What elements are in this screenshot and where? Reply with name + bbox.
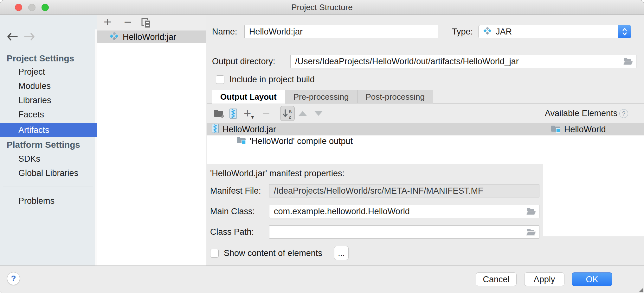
tree-row-label: 'HelloWorld' compile output xyxy=(250,136,353,146)
sidebar-header-platform-settings: Platform Settings xyxy=(0,138,97,152)
settings-sidebar: Project Settings Project Modules Librari… xyxy=(0,15,97,265)
ok-button[interactable]: OK xyxy=(572,272,612,286)
output-directory-field xyxy=(290,55,636,68)
open-folder-icon[interactable] xyxy=(623,57,633,67)
manifest-file-input xyxy=(269,184,539,197)
titlebar: Project Structure xyxy=(0,0,644,15)
module-icon xyxy=(236,136,246,146)
available-elements-list: HelloWorld xyxy=(543,124,644,236)
available-element-row[interactable]: HelloWorld xyxy=(543,124,644,135)
show-content-checkbox[interactable] xyxy=(210,249,219,258)
add-dropdown-icon[interactable]: +▾ xyxy=(244,103,254,123)
tab-output-layout[interactable]: Output Layout xyxy=(212,90,285,103)
svg-text:a: a xyxy=(289,108,292,114)
available-elements-title: Available Elements xyxy=(545,103,617,123)
class-path-input[interactable] xyxy=(269,225,539,239)
resize-handle[interactable] xyxy=(639,288,643,292)
sort-az-icon[interactable]: a z xyxy=(280,106,295,121)
help-button[interactable]: ? xyxy=(7,272,20,285)
sidebar-header-project-settings: Project Settings xyxy=(0,51,97,65)
back-arrow-icon[interactable] xyxy=(7,32,19,42)
sidebar-item-libraries[interactable]: Libraries xyxy=(0,93,97,108)
name-input[interactable] xyxy=(244,25,438,38)
artifacts-list-panel: + − HelloWorld:jar xyxy=(97,15,206,265)
new-folder-icon[interactable] xyxy=(213,103,225,123)
module-icon xyxy=(551,124,560,135)
name-label: Name: xyxy=(212,25,237,38)
artifact-details-panel: Name: Type: JAR Output directory: xyxy=(207,15,644,265)
artifact-list-item-label: HelloWorld:jar xyxy=(123,32,176,42)
open-folder-icon[interactable] xyxy=(526,228,536,237)
sidebar-item-artifacts[interactable]: Artifacts xyxy=(0,123,97,137)
class-path-label: Class Path: xyxy=(210,225,254,239)
sidebar-item-problems[interactable]: Problems xyxy=(0,194,97,208)
move-down-icon[interactable] xyxy=(314,103,323,123)
jar-archive-icon xyxy=(212,124,219,135)
open-folder-icon[interactable] xyxy=(526,207,536,217)
main-class-input[interactable] xyxy=(269,205,539,218)
sidebar-item-project[interactable]: Project xyxy=(0,65,97,79)
move-up-icon[interactable] xyxy=(299,103,307,123)
output-layout-toolbar: +▾ − a z Available Elements ? xyxy=(207,103,644,124)
tab-post-processing[interactable]: Post-processing xyxy=(357,90,433,103)
artifacts-toolbar: + − xyxy=(97,15,206,31)
remove-icon[interactable]: − xyxy=(262,103,270,123)
add-artifact-button[interactable]: + xyxy=(104,15,112,31)
sidebar-item-sdks[interactable]: SDKs xyxy=(0,152,97,166)
tree-row-label: HelloWorld.jar xyxy=(222,125,276,134)
lower-filler xyxy=(543,236,644,266)
apply-button[interactable]: Apply xyxy=(524,272,564,286)
include-in-build-row: Include in project build xyxy=(216,75,315,84)
manifest-heading: 'HelloWorld.jar' manifest properties: xyxy=(210,168,345,179)
include-in-build-label: Include in project build xyxy=(229,75,315,84)
type-select[interactable]: JAR xyxy=(478,25,631,38)
artifact-list-item[interactable]: HelloWorld:jar xyxy=(97,31,206,43)
main-class-label: Main Class: xyxy=(210,205,255,218)
class-path-field xyxy=(269,225,539,239)
svg-text:z: z xyxy=(289,114,291,120)
sidebar-item-modules[interactable]: Modules xyxy=(0,79,97,93)
remove-artifact-button[interactable]: − xyxy=(124,15,132,31)
type-label: Type: xyxy=(452,25,473,38)
output-directory-label: Output directory: xyxy=(212,55,275,68)
cancel-button[interactable]: Cancel xyxy=(476,272,517,286)
manifest-section: 'HelloWorld.jar' manifest properties: Ma… xyxy=(207,164,543,266)
artifact-icon xyxy=(109,31,119,43)
type-select-value: JAR xyxy=(496,27,512,37)
tree-row-compile-output[interactable]: 'HelloWorld' compile output xyxy=(207,135,543,147)
show-content-label: Show content of elements xyxy=(224,248,322,258)
more-options-button[interactable]: ... xyxy=(334,246,349,260)
sidebar-item-global-libraries[interactable]: Global Libraries xyxy=(0,166,97,180)
forward-arrow-icon[interactable] xyxy=(23,32,36,42)
project-structure-dialog: Project Structure Project Settings Proje… xyxy=(0,0,644,293)
output-directory-input[interactable] xyxy=(290,55,636,68)
tab-bar: Output Layout Pre-processing Post-proces… xyxy=(212,90,433,103)
sidebar-item-facets[interactable]: Facets xyxy=(0,108,97,122)
jar-archive-icon[interactable] xyxy=(229,103,237,123)
stepper-icon[interactable] xyxy=(618,25,631,38)
tree-row-jar[interactable]: HelloWorld.jar xyxy=(207,124,543,135)
toolbar-separator xyxy=(276,107,276,121)
available-element-label: HelloWorld xyxy=(564,125,606,134)
artifact-icon xyxy=(483,26,492,37)
help-icon[interactable]: ? xyxy=(619,109,628,118)
main-class-field xyxy=(269,205,539,218)
include-in-build-checkbox[interactable] xyxy=(216,75,224,84)
manifest-file-label: Manifest File: xyxy=(210,184,261,197)
copy-artifact-button[interactable] xyxy=(141,18,152,30)
window-title: Project Structure xyxy=(0,0,644,15)
output-layout-tree: HelloWorld.jar 'HelloWorld' compile outp… xyxy=(207,124,543,164)
sidebar-divider xyxy=(3,186,93,186)
show-content-row: Show content of elements xyxy=(210,248,322,258)
tab-pre-processing[interactable]: Pre-processing xyxy=(285,90,357,103)
dialog-footer: ? Cancel Apply OK xyxy=(0,265,644,293)
